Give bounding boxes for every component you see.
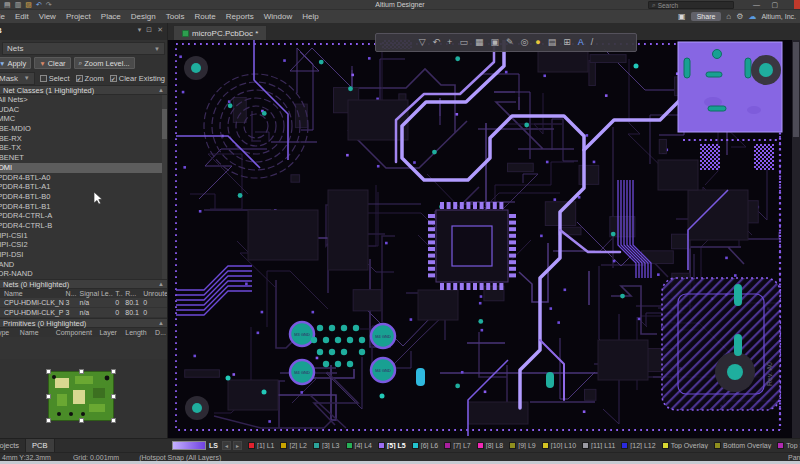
net-class-mipi-csi1[interactable]: MIPI-CSI1 [0,231,167,241]
column-header[interactable]: R... [123,289,141,298]
scroll-up-icon[interactable]: ▲ [158,281,164,287]
zoom-level-button[interactable]: ⌕Zoom Level... [74,57,135,69]
measure-icon[interactable]: ▦ [475,34,484,51]
selection-handle[interactable] [46,394,51,399]
hdmi-connector[interactable] [678,42,782,132]
layer-chip--6-l6[interactable]: [6] L6 [412,442,439,449]
global-search-input[interactable]: ⌕ Search [648,1,734,9]
list-scrollbar[interactable] [162,95,167,279]
layer-set-swatch[interactable] [172,441,206,450]
home-icon[interactable]: ⌂ [726,10,731,23]
minimize-button[interactable]: — [753,0,760,9]
menu-tools[interactable]: Tools [161,10,190,23]
layer-chip--8-l8[interactable]: [8] L8 [477,442,504,449]
selection-handle[interactable] [111,418,116,423]
selection-handle[interactable] [79,369,84,374]
scrollbar-thumb[interactable] [793,42,799,137]
net-row-cpu-hdmi-clk_n[interactable]: CPU-HDMI-CLK_N3n/a080.10 [0,298,167,308]
checkbox-clear-existing[interactable]: ✓Clear Existing [110,74,165,83]
edit-icon[interactable]: ✎ [506,34,514,51]
clear-button[interactable]: ▼Clear [34,57,70,69]
net-class-hdmi[interactable]: HDMI [0,163,167,173]
net-class--all-nets-[interactable]: <All Nets> [0,95,167,105]
net-class-mipi-dsi[interactable]: MIPI-DSI [0,250,167,260]
pcb-canvas[interactable]: ▽↶+▭▦▣✎◎●▤⊞A/ [168,40,800,438]
panel-tab-pcb[interactable]: PCB [25,439,54,453]
layer-chip--11-l11[interactable]: [11] L11 [582,442,615,449]
vertical-scrollbar[interactable] [792,40,800,438]
layer-prev-arrow[interactable]: ◂ [222,441,231,450]
scrollbar-thumb[interactable] [162,109,167,139]
column-header[interactable]: Component [54,328,98,337]
panel-close-icon[interactable]: ✕ [157,26,163,34]
account-label[interactable]: Altium, Inc. [761,13,796,20]
net-class-gbe-tx[interactable]: GBE-TX [0,143,167,153]
column-header[interactable]: Name [2,289,64,298]
panel-pin-icon[interactable]: ⊡ [146,26,152,34]
menu-route[interactable]: Route [189,10,220,23]
layer-chip--7-l7[interactable]: [7] L7 [444,442,471,449]
pcb-board[interactable]: M3 GND M4 GND M4 GND M4 GND Rev. A0 [168,40,792,438]
media-capture-icon[interactable]: ▣ [678,10,686,23]
close-button[interactable] [794,0,800,9]
layer-chip--10-l10[interactable]: [10] L10 [542,442,576,449]
menu-help[interactable]: Help [297,10,323,23]
doc-tab-micropc[interactable]: microPC.PcbDoc * [173,25,267,40]
net-class-lpddr4-btl-b1[interactable]: LPDDR4-BTL-B1 [0,202,167,212]
column-header[interactable]: Signal Le... [78,289,114,298]
net-class-emmc[interactable]: eMMC [0,114,167,124]
layer-chip-bottom-overlay[interactable]: Bottom Overlay [714,442,771,449]
column-header[interactable]: D... [153,328,167,337]
highlight-bulb-icon[interactable]: ● [535,34,540,51]
filter-icon[interactable]: ▽ [419,34,426,51]
scroll-up-icon[interactable]: ▲ [158,320,164,326]
net-class-lpddr4-btl-b0[interactable]: LPDDR4-BTL-B0 [0,192,167,202]
checkbox-zoom[interactable]: ✓Zoom [76,74,104,83]
rf-module[interactable] [662,278,780,410]
net-row-cpu-hdmi-clk_p[interactable]: CPU-HDMI-CLK_P3n/a080.10 [0,308,167,318]
selection-handle[interactable] [111,369,116,374]
board-thumbnail[interactable] [48,371,114,421]
layer-chip-top-solder[interactable]: Top Solder [777,442,800,449]
column-header[interactable]: Unroute... [141,289,167,298]
panel-mode-select[interactable]: Nets ▼ [2,42,165,55]
text-tool-icon[interactable]: A [578,34,584,51]
layer-chip--9-l9[interactable]: [9] L9 [509,442,536,449]
net-class-gbenet[interactable]: GBENET [0,153,167,163]
net-class-lpddr4-ctrl-b[interactable]: LPDDR4-CTRL-B [0,221,167,231]
menu-view[interactable]: View [34,10,61,23]
net-class-sdr-nand[interactable]: SDR-NAND [0,269,167,279]
net-class-gbe-mdio[interactable]: GBE-MDIO [0,124,167,134]
layer-chip--3-l3[interactable]: [3] L3 [313,442,340,449]
column-header[interactable]: T... [113,289,123,298]
scroll-up-icon[interactable]: ▲ [158,87,164,93]
column-header[interactable]: N... [64,289,78,298]
layer-chip--1-l1[interactable]: [1] L1 [248,442,275,449]
net-class-lpddr4-btl-a0[interactable]: LPDDR4-BTL-A0 [0,173,167,183]
column-header[interactable]: Type [0,328,18,337]
net-class-lpddr4-btl-a1[interactable]: LPDDR4-BTL-A1 [0,182,167,192]
menu-place[interactable]: Place [96,10,126,23]
apply-button[interactable]: ▼Apply [0,57,31,69]
menu-window[interactable]: Window [259,10,297,23]
layer-chip--12-l12[interactable]: [12] L12 [621,442,655,449]
selection-handle[interactable] [46,369,51,374]
share-button[interactable]: Share [691,12,722,21]
layer-chip--2-l2[interactable]: [2] L2 [280,442,307,449]
component-place-icon[interactable]: ▣ [490,34,499,51]
menu-file[interactable]: File [0,10,10,23]
cpu-footprint[interactable] [428,202,516,290]
net-class-nand[interactable]: NAND [0,260,167,270]
checkbox-select[interactable]: Select [40,74,70,83]
mask-select[interactable]: Mask ▼ [0,72,35,85]
layer-chip-top-overlay[interactable]: Top Overlay [662,442,708,449]
menu-design[interactable]: Design [126,10,161,23]
settings-gear-icon[interactable]: ⚙ [736,10,743,23]
layer-chip--5-l5[interactable]: [5] L5 [378,442,406,449]
restore-button[interactable]: ▢ [771,0,778,9]
lasso-select-icon[interactable]: ↶ [433,34,441,51]
inspect-icon[interactable]: ◎ [520,34,528,51]
menu-edit[interactable]: Edit [10,10,34,23]
layer-chip--4-l4[interactable]: [4] L4 [346,442,373,449]
menu-reports[interactable]: Reports [221,10,259,23]
